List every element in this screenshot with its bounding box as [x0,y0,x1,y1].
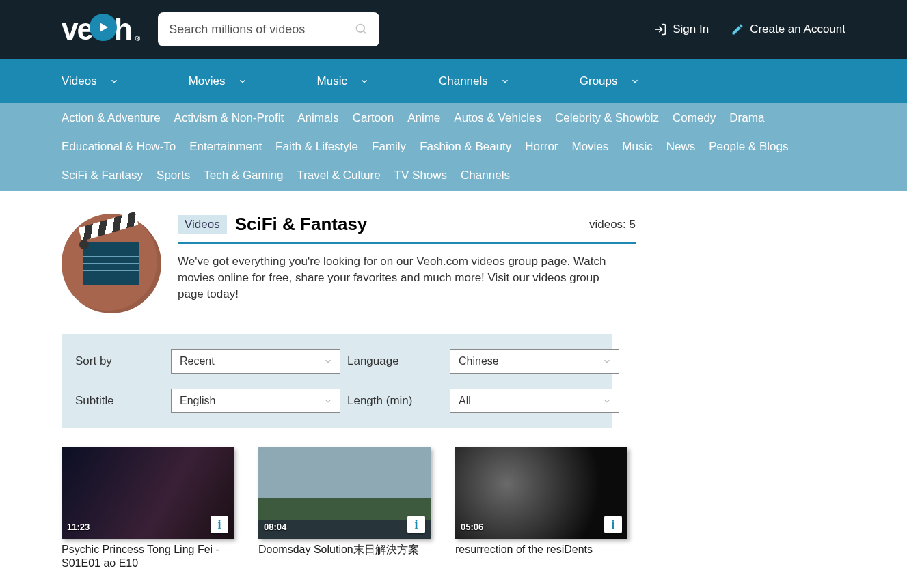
create-account-label: Create an Account [750,23,845,36]
search-icon[interactable] [355,23,368,36]
sort-select[interactable]: Recent [171,349,340,374]
info-button[interactable]: i [211,516,228,533]
nav2-item[interactable]: Channels [461,169,510,182]
top-header: ve h ® Sign In Create an Account [0,0,907,59]
logo-play-icon [90,14,117,41]
video-thumbnail[interactable]: 08:04 i [258,447,431,539]
nav2-item[interactable]: Family [372,140,406,154]
clapperboard-icon [83,242,139,285]
nav2-item[interactable]: Travel & Culture [297,169,380,182]
sort-label: Sort by [75,354,164,368]
nav1-item-music[interactable]: Music [317,74,369,88]
nav2-item[interactable]: Drama [729,111,764,125]
chevron-down-icon [109,76,119,86]
sign-in-label: Sign In [673,23,709,36]
auth-links: Sign In Create an Account [653,23,845,36]
category-nav: Action & Adventure Activism & Non-Profit… [0,103,907,191]
breadcrumb-tag[interactable]: Videos [178,215,227,234]
video-card: 11:23 i Psychic Princess Tong Ling Fei -… [62,447,234,570]
nav2-item[interactable]: Action & Adventure [62,111,161,125]
site-logo[interactable]: ve h ® [62,12,139,46]
video-duration: 11:23 [67,522,90,532]
video-card: 05:06 i resurrection of the resiDents [455,447,627,570]
nav2-item[interactable]: TV Shows [394,169,447,182]
chevron-down-icon [323,356,333,366]
nav2-item[interactable]: Faith & Lifestyle [275,140,358,154]
video-title[interactable]: Psychic Princess Tong Ling Fei - S01E01 … [62,543,234,570]
chevron-down-icon [500,76,510,86]
nav2-item[interactable]: Fashion & Beauty [420,140,511,154]
length-select[interactable]: All [450,389,619,413]
chevron-down-icon [602,356,612,366]
nav1-item-channels[interactable]: Channels [439,74,510,88]
nav2-item[interactable]: Tech & Gaming [204,169,283,182]
nav2-item[interactable]: Educational & How-To [62,140,176,154]
category-header: Videos SciFi & Fantasy videos: 5 We've g… [62,214,636,313]
category-icon [62,214,161,313]
main-content: Videos SciFi & Fantasy videos: 5 We've g… [0,191,697,588]
page-title: SciFi & Fantasy [235,214,368,235]
nav2-item[interactable]: Celebrity & Showbiz [555,111,659,125]
length-label: Length (min) [347,394,443,408]
language-select[interactable]: Chinese [450,349,619,374]
nav2-item[interactable]: Sports [157,169,190,182]
video-duration: 08:04 [264,522,286,532]
nav2-item[interactable]: SciFi & Fantasy [62,169,143,182]
video-thumbnail[interactable]: 05:06 i [455,447,627,539]
video-grid: 11:23 i Psychic Princess Tong Ling Fei -… [62,447,636,588]
nav2-item[interactable]: Anime [407,111,440,125]
nav2-item[interactable]: Activism & Non-Profit [174,111,284,125]
sign-in-link[interactable]: Sign In [653,23,709,36]
chevron-down-icon [323,396,333,406]
language-label: Language [347,354,443,368]
filter-bar: Sort by Recent Language Chinese Subtitle… [62,334,612,428]
nav2-item[interactable]: Comedy [673,111,716,125]
video-count: videos: 5 [589,218,636,232]
subtitle-select[interactable]: English [171,389,340,413]
video-card: 08:04 i Doomsday Solution末日解決方案 [258,447,431,570]
pencil-icon [731,23,744,36]
chevron-down-icon [238,76,247,86]
svg-point-0 [357,25,365,33]
create-account-link[interactable]: Create an Account [731,23,845,36]
primary-nav: Videos Movies Music Channels Groups [0,59,907,103]
chevron-down-icon [360,76,369,86]
registered-mark: ® [135,35,139,42]
nav2-item[interactable]: News [666,140,696,154]
signin-icon [653,23,667,36]
nav1-item-movies[interactable]: Movies [189,74,247,88]
page-description: We've got everything you're looking for … [178,253,615,302]
video-duration: 05:06 [461,522,483,532]
info-button[interactable]: i [407,516,425,533]
nav2-item[interactable]: Animals [297,111,338,125]
nav2-item[interactable]: Horror [525,140,558,154]
chevron-down-icon [630,76,640,86]
svg-line-1 [364,31,366,34]
search-box[interactable] [158,12,379,46]
chevron-down-icon [602,396,612,406]
nav1-item-groups[interactable]: Groups [580,74,640,88]
nav2-item[interactable]: Music [622,140,652,154]
video-title[interactable]: resurrection of the resiDents [455,543,627,557]
nav2-item[interactable]: Cartoon [353,111,394,125]
subtitle-label: Subtitle [75,394,164,408]
video-title[interactable]: Doomsday Solution末日解決方案 [258,543,431,557]
logo-text-pre: ve [62,12,92,46]
info-button[interactable]: i [604,516,622,533]
nav1-item-videos[interactable]: Videos [62,74,119,88]
nav2-item[interactable]: People & Blogs [709,140,788,154]
nav2-item[interactable]: Autos & Vehicles [454,111,541,125]
nav2-item[interactable]: Entertainment [189,140,262,154]
search-input[interactable] [169,23,355,37]
video-thumbnail[interactable]: 11:23 i [62,447,234,539]
nav2-item[interactable]: Movies [572,140,609,154]
